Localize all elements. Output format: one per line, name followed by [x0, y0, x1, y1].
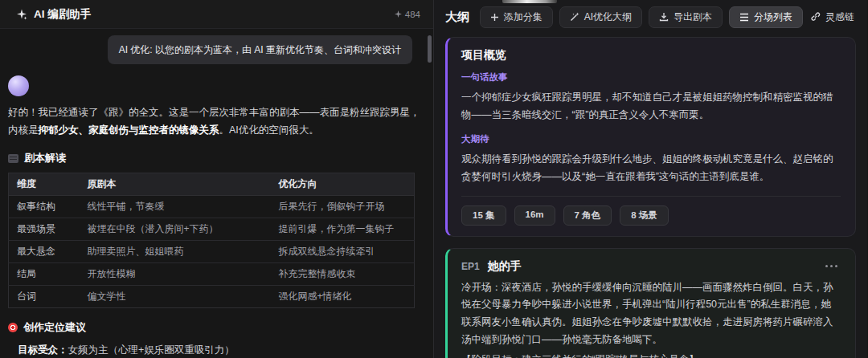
clapperboard-icon: [8, 154, 18, 163]
table-row: 最大悬念 助理卖照片、姐姐喂药 拆成双线悬念持续牵引: [9, 241, 415, 263]
ai-intro-post: 。AI优化的空间很大。: [219, 124, 319, 136]
expectation-text: 观众期待看到孙悦的跟踪会升级到什么地步、姐姐的终极动机究竟是什么、赵启铭的贪婪何…: [461, 151, 841, 186]
list-item: 目标受众：女频为主（心理+娱乐圈双重吸引力）: [18, 341, 422, 358]
table-header-row: 维度 原剧本 优化方向: [9, 173, 415, 196]
cell-optimization: 后果先行，倒叙钩子开场: [271, 196, 415, 218]
top-scroll-indicator: [502, 0, 557, 3]
positioning-section-heading: 创作定位建议: [8, 320, 422, 335]
ai-intro-bold: 抑郁少女、家庭创伤与监控者的镜像关系: [39, 124, 219, 136]
target-icon: [8, 323, 18, 332]
expectation-label: 大期待: [461, 133, 841, 145]
chat-body: AI 优化: 以您的剧本为蓝本，由 AI 重新优化节奏、台词和冲突设计 好的！我…: [0, 29, 433, 358]
overview-card-title: 项目概览: [461, 48, 841, 63]
table-row: 叙事结构 线性平铺，节奏缓 后果先行，倒叙钩子开场: [9, 196, 415, 218]
overview-stats-row: 15 集 16m 7 角色 8 场景: [461, 196, 841, 226]
list-icon: [739, 13, 749, 22]
export-script-label: 导出剧本: [674, 10, 712, 24]
ai-intro-paragraph: 好的！我已经通读了《跟》的全文。这是一个层次非常丰富的剧本——表面是粉丝跟踪男星…: [8, 104, 422, 139]
scene-count-chip: 8 场景: [620, 205, 669, 226]
credit-sparkle-icon: [395, 10, 402, 18]
assistant-title: AI 编剧助手: [34, 7, 91, 22]
episode-card-header: EP1 她的手: [461, 259, 841, 274]
analysis-table: 维度 原剧本 优化方向 叙事结构 线性平铺，节奏缓 后果先行，倒叙钩子开场 最强…: [8, 173, 415, 308]
sparkles-icon: [16, 9, 27, 20]
ai-optimize-outline-button[interactable]: AI优化大纲: [559, 6, 642, 28]
add-episode-button[interactable]: 添加分集: [480, 6, 553, 28]
logline-label: 一句话故事: [461, 71, 841, 83]
positioning-list: 目标受众：女频为主（心理+娱乐圈双重吸引力） 题材类型：娱乐圈 × 悬疑心理 ×…: [8, 341, 422, 358]
cell-optimization: 补充完整情感收束: [271, 263, 415, 286]
cell-dimension: 结局: [9, 263, 80, 286]
cell-optimization: 提前引爆，作为第一集钩子: [271, 218, 415, 241]
positioning-title: 创作定位建议: [23, 320, 86, 335]
outline-title: 大纲: [445, 10, 469, 25]
cell-original: 偏文学性: [80, 286, 271, 308]
outline-header: 大纲 添加分集 AI优化大纲: [445, 0, 856, 34]
user-message-bubble: AI 优化: 以您的剧本为蓝本，由 AI 重新优化节奏、台词和冲突设计: [108, 35, 412, 64]
ai-assistant-panel: AI 编剧助手 484 AI 优化: 以您的剧本为蓝本，由 AI 重新优化节奏、…: [0, 0, 434, 358]
outline-panel: 大纲 添加分集 AI优化大纲: [434, 0, 867, 358]
cell-optimization: 强化网感+情绪化: [271, 286, 415, 308]
duration-chip: 16m: [514, 205, 555, 226]
credits-counter[interactable]: 484: [395, 10, 420, 19]
credits-value: 484: [405, 10, 420, 19]
plus-icon: [490, 13, 499, 22]
inspiration-chain-label: 灵感链: [825, 10, 854, 24]
analysis-section-heading: 剧本解读: [8, 151, 422, 165]
link-icon: [811, 12, 821, 22]
analysis-title: 剧本解读: [24, 151, 66, 165]
cell-dimension: 最大悬念: [9, 241, 80, 263]
download-icon: [659, 12, 669, 22]
scene-list-button[interactable]: 分场列表: [729, 6, 803, 28]
ai-avatar: [8, 75, 29, 96]
logline-text: 一个抑郁症少女疯狂跟踪男明星，却不知道自己才是被姐姐药物控制和精密监视的猎物——…: [461, 89, 841, 124]
more-options-icon[interactable]: [822, 262, 841, 271]
episode-number: EP1: [461, 261, 480, 272]
cell-original: 开放性模糊: [80, 263, 271, 286]
table-row: 台词 偏文学性 强化网感+情绪化: [9, 286, 415, 308]
item-label: 目标受众：: [18, 344, 68, 356]
episode-synopsis: 冷开场：深夜酒店，孙悦的手缓缓伸向沉睡的陆川——画面骤然炸白倒回。白天，孙悦在父…: [461, 279, 841, 350]
cell-original: 线性平铺，节奏缓: [80, 196, 271, 218]
assistant-header: AI 编剧助手 484: [0, 0, 433, 29]
episode-card[interactable]: EP1 她的手 冷开场：深夜酒店，孙悦的手缓缓伸向沉睡的陆川——画面骤然炸白倒回…: [445, 248, 856, 358]
magic-wand-icon: [570, 12, 579, 22]
col-header-dimension: 维度: [9, 173, 80, 196]
assistant-title-wrap: AI 编剧助手: [16, 7, 91, 22]
project-overview-card[interactable]: 项目概览 一句话故事 一个抑郁症少女疯狂跟踪男明星，却不知道自己才是被姐姐药物控…: [445, 37, 856, 237]
table-row: 最强场景 被埋在中段（潜入房间+下药） 提前引爆，作为第一集钩子: [9, 218, 415, 241]
chat-scrollbar[interactable]: [428, 35, 432, 63]
inspiration-chain-button[interactable]: 灵感链: [809, 6, 856, 28]
episode-stage-goal: 【阶段目标：建立三线并行的“跟踪”格局与核心悬念】: [461, 351, 841, 358]
outline-toolbar: 添加分集 AI优化大纲 导出剧本: [480, 6, 856, 28]
col-header-original: 原剧本: [80, 173, 271, 196]
cell-dimension: 台词: [9, 286, 80, 308]
episode-count-chip: 15 集: [461, 205, 506, 226]
item-value: 女频为主（心理+娱乐圈双重吸引力）: [68, 344, 235, 356]
export-script-button[interactable]: 导出剧本: [649, 6, 723, 28]
scene-list-label: 分场列表: [754, 10, 792, 24]
cell-optimization: 拆成双线悬念持续牵引: [271, 241, 415, 263]
cell-dimension: 最强场景: [9, 218, 80, 241]
add-episode-label: 添加分集: [504, 10, 542, 24]
character-count-chip: 7 角色: [563, 205, 612, 226]
user-message-row: AI 优化: 以您的剧本为蓝本，由 AI 重新优化节奏、台词和冲突设计: [8, 35, 422, 64]
cell-dimension: 叙事结构: [9, 196, 80, 218]
table-row: 结局 开放性模糊 补充完整情感收束: [9, 263, 415, 286]
col-header-optimization: 优化方向: [271, 173, 415, 196]
cell-original: 助理卖照片、姐姐喂药: [80, 241, 271, 263]
cell-original: 被埋在中段（潜入房间+下药）: [80, 218, 271, 241]
episode-title: 她的手: [488, 259, 522, 274]
ai-optimize-outline-label: AI优化大纲: [584, 10, 632, 24]
app-window: AI 编剧助手 484 AI 优化: 以您的剧本为蓝本，由 AI 重新优化节奏、…: [0, 0, 868, 358]
